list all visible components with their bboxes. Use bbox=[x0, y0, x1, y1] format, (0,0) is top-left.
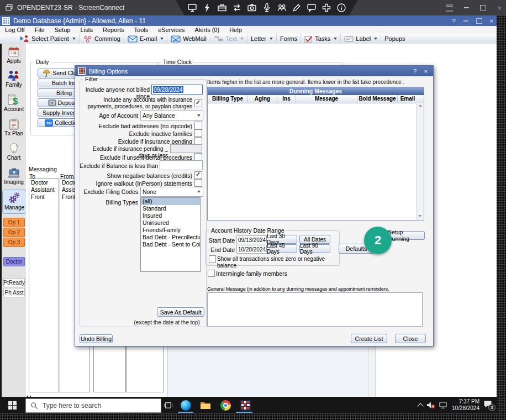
move-icon[interactable] bbox=[321, 3, 331, 13]
tasks-button[interactable]: Tasks bbox=[301, 34, 341, 44]
end-date-field[interactable] bbox=[236, 245, 267, 254]
list-item[interactable]: Front bbox=[29, 193, 59, 201]
info-icon[interactable] bbox=[336, 3, 346, 13]
create-list-button[interactable]: Create List bbox=[351, 334, 387, 343]
sc-close-button[interactable]: × bbox=[497, 4, 502, 12]
ptready-button[interactable]: PtReady bbox=[3, 278, 25, 287]
app-help-button[interactable]: ? bbox=[452, 18, 455, 24]
taskbar-search[interactable]: Type here to search bbox=[25, 398, 161, 413]
table-scrollbar[interactable] bbox=[416, 103, 424, 220]
last-45-days-button[interactable]: Last 45 Days bbox=[266, 244, 297, 253]
dunning-table[interactable]: Dunning Messages Billing Type Aging Ins … bbox=[207, 87, 424, 221]
undo-billing-button[interactable]: Undo Billing bbox=[80, 334, 113, 343]
list-item[interactable]: Doctor bbox=[29, 179, 59, 186]
menu-lists[interactable]: Lists bbox=[75, 27, 98, 33]
exclude-unsent-checkbox[interactable] bbox=[194, 153, 202, 161]
microphone-icon[interactable] bbox=[262, 3, 272, 13]
webmail-button[interactable]: WebMail bbox=[167, 34, 210, 44]
list-item[interactable]: Bad Debt - Sent to Collections bbox=[141, 241, 200, 248]
network-icon[interactable] bbox=[439, 401, 448, 409]
label-button[interactable]: Label bbox=[341, 34, 381, 44]
menu-tools[interactable]: Tools bbox=[129, 27, 154, 33]
column-header[interactable]: Message bbox=[296, 95, 357, 103]
op3-button[interactable]: Op 3 bbox=[3, 238, 25, 247]
last-90-days-button[interactable]: Last 90 Days bbox=[299, 244, 330, 253]
email-button[interactable]: E-mail bbox=[124, 34, 167, 44]
sidebar-item-account[interactable]: $ Account bbox=[2, 93, 25, 112]
menu-eservices[interactable]: eServices bbox=[153, 27, 189, 33]
file-explorer-button[interactable] bbox=[199, 399, 212, 411]
users-icon[interactable] bbox=[277, 3, 287, 13]
menu-reports[interactable]: Reports bbox=[98, 27, 129, 33]
list-item[interactable]: Uninsured bbox=[141, 219, 200, 227]
start-button[interactable] bbox=[6, 399, 19, 411]
list-item[interactable]: (all) bbox=[141, 198, 200, 205]
age-of-account-select[interactable]: Any Balance bbox=[140, 111, 203, 120]
transfer-icon[interactable] bbox=[232, 3, 242, 13]
exclude-bad-checkbox[interactable] bbox=[194, 122, 202, 129]
column-header[interactable]: Bold Message bbox=[357, 95, 398, 103]
ignore-walkout-checkbox[interactable] bbox=[194, 179, 202, 187]
lightning-icon[interactable] bbox=[202, 3, 212, 13]
op2-button[interactable]: Op 2 bbox=[3, 228, 25, 237]
menu-setup[interactable]: Setup bbox=[50, 27, 76, 33]
list-item[interactable]: Assistant bbox=[29, 186, 59, 193]
menu-help[interactable]: Help bbox=[224, 27, 247, 33]
chrome-browser-button[interactable] bbox=[219, 399, 232, 411]
messaging-to-list[interactable]: Doctor Assistant Front bbox=[29, 179, 59, 392]
list-item[interactable]: Bad Debt - Precollections bbox=[141, 234, 200, 241]
edge-browser-button[interactable] bbox=[179, 399, 192, 411]
forms-button[interactable]: Forms bbox=[277, 34, 301, 44]
toolbox-icon[interactable] bbox=[217, 3, 227, 13]
exclude-balance-field[interactable] bbox=[160, 160, 203, 170]
menu-alerts[interactable]: Alerts (0) bbox=[190, 27, 225, 33]
dialog-close-icon[interactable]: × bbox=[424, 68, 428, 75]
intermingle-checkbox[interactable] bbox=[208, 270, 215, 277]
doctor-button[interactable]: Doctor bbox=[3, 257, 25, 266]
sidebar-item-chart[interactable]: Chart bbox=[2, 141, 25, 161]
sc-minimize-button[interactable] bbox=[464, 7, 469, 8]
sidebar-item-manage[interactable]: Manage bbox=[2, 190, 27, 214]
setup-dunning-button[interactable]: Setup Dunning bbox=[387, 231, 425, 240]
show-all-transactions-checkbox[interactable] bbox=[209, 255, 216, 262]
dialog-close-button[interactable]: Close bbox=[395, 334, 426, 343]
select-patient-button[interactable]: Select Patient bbox=[17, 34, 80, 44]
chat-icon[interactable] bbox=[307, 3, 317, 13]
sidebar-item-txplan[interactable]: Tx Plan bbox=[2, 117, 25, 136]
column-header[interactable]: Billing Type bbox=[208, 95, 248, 103]
menu-file[interactable]: File bbox=[30, 27, 50, 33]
tray-expand-icon[interactable] bbox=[417, 403, 423, 409]
column-header[interactable]: Ins bbox=[277, 95, 296, 103]
op1-button[interactable]: Op 1 bbox=[3, 218, 25, 227]
dialog-help-button[interactable]: ? bbox=[413, 68, 417, 75]
exclude-inactive-checkbox[interactable] bbox=[194, 129, 202, 137]
notification-center-button[interactable]: 3 bbox=[483, 400, 494, 410]
general-message-textarea[interactable] bbox=[207, 292, 423, 327]
list-item[interactable]: Friends/Family bbox=[141, 227, 200, 234]
filing-codes-select[interactable]: None bbox=[140, 187, 203, 197]
popups-button[interactable]: Popups bbox=[381, 34, 408, 44]
start-date-field[interactable] bbox=[236, 235, 267, 244]
app-restore-button[interactable] bbox=[476, 18, 482, 24]
column-header[interactable]: Aging bbox=[248, 95, 277, 103]
letter-button[interactable]: Letter bbox=[247, 34, 277, 44]
exclude-pending-checkbox[interactable] bbox=[194, 137, 202, 145]
scroll-up-icon[interactable] bbox=[419, 104, 422, 107]
not-billed-date-field[interactable]: 09/28/2024 bbox=[151, 85, 203, 95]
include-insurance-checkbox[interactable] bbox=[194, 99, 202, 107]
annotate-icon[interactable] bbox=[292, 3, 302, 13]
list-item[interactable]: Insured bbox=[141, 212, 200, 219]
sidebar-item-appts[interactable]: Appts bbox=[2, 45, 25, 64]
task-view-button[interactable] bbox=[161, 399, 175, 411]
commlog-button[interactable]: Commlog bbox=[80, 34, 124, 44]
app-minimize-button[interactable] bbox=[463, 20, 468, 22]
volume-muted-icon[interactable] bbox=[426, 401, 435, 409]
billing-types-list[interactable]: (all) Standard Insured Uninsured Friends… bbox=[140, 197, 201, 272]
screenshot-icon[interactable] bbox=[247, 3, 257, 13]
sidebar-item-imaging[interactable]: Imaging bbox=[2, 166, 25, 185]
sidebar-item-family[interactable]: Family bbox=[2, 69, 25, 88]
save-as-default-button[interactable]: Save As Default bbox=[157, 307, 204, 317]
tray-clock[interactable]: 7:37 PM 10/28/2024 bbox=[452, 398, 479, 412]
app-close-button[interactable]: × bbox=[490, 18, 493, 24]
column-header[interactable]: Email bbox=[398, 95, 418, 103]
